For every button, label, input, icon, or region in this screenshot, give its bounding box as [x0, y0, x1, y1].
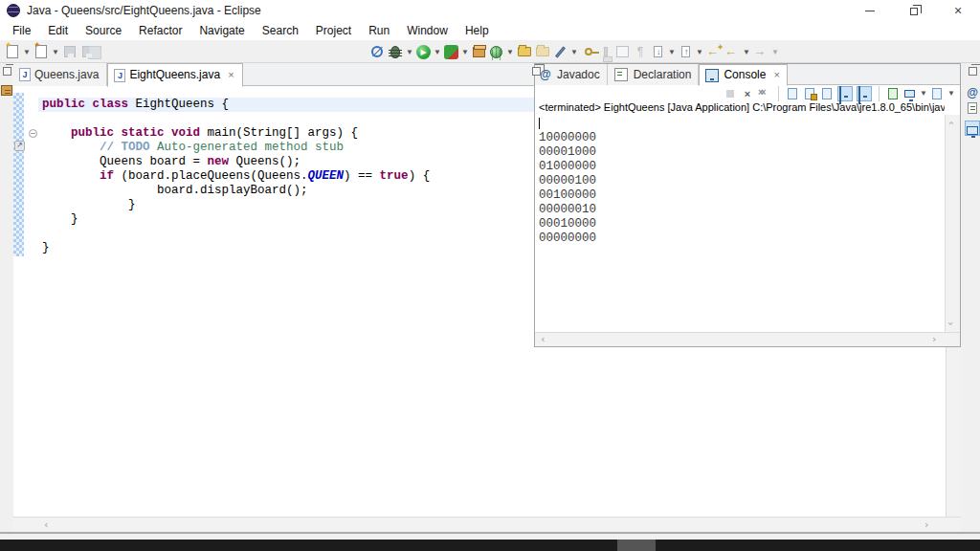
new-java-project-icon[interactable] — [473, 47, 485, 57]
view-tab-javadoc[interactable]: @Javadoc — [535, 64, 608, 85]
open-launch-icon[interactable] — [888, 88, 898, 99]
run-icon[interactable]: ▶ — [416, 45, 431, 59]
search-dropdown-icon[interactable]: ▼ — [570, 48, 578, 56]
menu-search[interactable]: Search — [254, 21, 307, 40]
menu-run[interactable]: Run — [360, 21, 398, 40]
new-wizard-icon[interactable] — [7, 45, 18, 58]
grid-icon[interactable] — [616, 46, 629, 57]
console-tab-strip: @JavadocDeclarationConsole× — [535, 64, 960, 85]
terminate-icon[interactable] — [726, 90, 734, 98]
web-browser-icon[interactable] — [490, 46, 502, 58]
editor-tab-EightQueens.java[interactable]: JEightQueens.java× — [107, 63, 242, 87]
show-whitespace-icon[interactable]: ¶ — [633, 44, 648, 59]
menu-refactor[interactable]: Refactor — [130, 21, 190, 40]
close-tab-icon[interactable]: × — [773, 65, 779, 85]
fold-collapse-icon[interactable] — [29, 129, 37, 138]
view-tab-declaration[interactable]: Declaration — [608, 64, 700, 85]
coverage-dropdown-icon[interactable]: ▼ — [461, 48, 469, 56]
menu-edit[interactable]: Edit — [39, 21, 77, 40]
close-tab-icon[interactable]: × — [228, 64, 234, 86]
editor-tab-Queens.java[interactable]: JQueens.java — [13, 63, 107, 86]
scroll-left-icon[interactable]: ‹ — [44, 518, 48, 531]
run-dropdown-icon[interactable]: ▼ — [434, 48, 441, 56]
menu-file[interactable]: File — [4, 21, 39, 40]
console-view-icon[interactable] — [965, 121, 980, 136]
scroll-down-icon[interactable]: › — [945, 321, 957, 325]
console-line: 00001000 — [535, 145, 945, 160]
package-explorer-icon[interactable] — [0, 83, 13, 97]
save-all-icon[interactable] — [82, 46, 94, 57]
taskbar — [0, 540, 980, 551]
open-file-icon[interactable] — [536, 47, 549, 56]
declaration-view-icon[interactable] — [966, 101, 979, 115]
format-icon[interactable] — [604, 47, 608, 56]
back-icon[interactable]: ← — [724, 44, 740, 59]
view-tab-console[interactable]: Console× — [699, 64, 787, 86]
console-line: 01000000 — [535, 160, 945, 174]
open-folder-icon[interactable] — [518, 47, 531, 56]
skip-all-breakpoints-icon[interactable] — [371, 46, 383, 57]
scroll-right-icon[interactable]: › — [924, 518, 928, 531]
console-horizontal-scrollbar[interactable]: ‹ › — [535, 332, 960, 346]
previous-annotation-dropdown-icon[interactable]: ▼ — [696, 48, 703, 56]
console-vertical-scrollbar[interactable]: › › — [945, 115, 960, 332]
display-console-icon[interactable] — [904, 90, 915, 98]
forward-icon[interactable]: → — [753, 44, 768, 59]
forward-dropdown-icon[interactable]: ▼ — [771, 48, 779, 56]
word-wrap-icon[interactable] — [822, 88, 832, 99]
show-on-output-icon[interactable] — [857, 86, 872, 101]
editor-tab-label: EightQueens.java — [129, 64, 220, 86]
clear-console-icon[interactable] — [788, 88, 797, 99]
restore-pane-icon[interactable] — [532, 67, 541, 76]
remove-all-terminated-icon[interactable] — [758, 87, 771, 100]
last-edit-location-icon[interactable]: ← — [706, 44, 722, 59]
menu-source[interactable]: Source — [77, 21, 130, 40]
restore-button[interactable] — [892, 0, 936, 21]
view-tab-label: Declaration — [634, 65, 692, 85]
coverage-icon[interactable] — [444, 45, 458, 59]
menu-help[interactable]: Help — [457, 21, 498, 40]
previous-annotation-icon[interactable] — [681, 46, 690, 57]
save-icon[interactable] — [64, 46, 76, 57]
launch-marker-icon[interactable] — [14, 141, 25, 151]
restore-pane-icon[interactable] — [969, 67, 977, 76]
open-console-icon[interactable] — [932, 88, 942, 99]
pin-console-icon[interactable] — [837, 86, 853, 101]
menu-navigate[interactable]: Navigate — [190, 21, 253, 40]
back-dropdown-icon[interactable]: ▼ — [743, 48, 750, 56]
open-console-dropdown-icon[interactable]: ▼ — [947, 89, 954, 98]
scroll-up-icon[interactable]: › — [945, 121, 957, 124]
minimize-button[interactable] — [848, 0, 892, 21]
console-toolbar: × ▼ ▼ — [535, 85, 960, 101]
console-icon — [705, 69, 719, 82]
taskbar-app-button[interactable] — [617, 540, 656, 551]
browser-dropdown-icon[interactable]: ▼ — [506, 48, 514, 56]
new-java-dropdown-icon[interactable]: ▼ — [52, 48, 59, 56]
menu-project[interactable]: Project — [307, 21, 360, 40]
new-java-element-icon[interactable] — [35, 45, 47, 58]
restore-pane-icon[interactable] — [3, 67, 11, 76]
console-output[interactable]: 1000000000001000010000000000010000100000… — [535, 117, 945, 246]
eclipse-logo-icon — [7, 4, 20, 17]
external-tools-icon[interactable] — [585, 48, 592, 55]
menu-window[interactable]: Window — [398, 21, 457, 40]
window-title: Java - Queens/src/EightQueens.java - Ecl… — [27, 0, 261, 21]
editor-tab-label: Queens.java — [34, 64, 99, 86]
next-annotation-icon[interactable] — [654, 46, 662, 57]
remove-launch-icon[interactable]: × — [741, 87, 754, 100]
java-file-icon: J — [114, 69, 125, 82]
view-tab-label: Console — [724, 65, 766, 85]
scroll-left-icon[interactable]: ‹ — [541, 333, 545, 345]
debug-icon[interactable] — [390, 46, 400, 58]
new-dropdown-icon[interactable]: ▼ — [23, 48, 31, 56]
display-console-dropdown-icon[interactable]: ▼ — [920, 89, 926, 98]
scroll-lock-icon[interactable] — [805, 88, 814, 99]
range-indicator — [13, 93, 24, 256]
editor-horizontal-scrollbar[interactable]: ‹ › — [13, 517, 961, 532]
scroll-right-icon[interactable]: › — [932, 333, 936, 345]
next-annotation-dropdown-icon[interactable]: ▼ — [668, 48, 676, 56]
search-icon[interactable] — [555, 46, 566, 57]
debug-dropdown-icon[interactable]: ▼ — [406, 48, 413, 56]
javadoc-view-icon[interactable]: @ — [966, 83, 979, 97]
close-button[interactable]: × — [936, 0, 980, 21]
